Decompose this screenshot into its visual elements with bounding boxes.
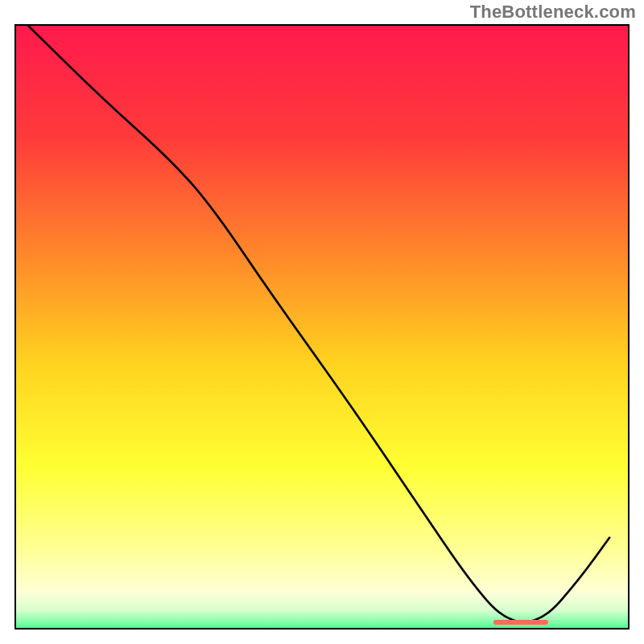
plot-area bbox=[14, 24, 630, 630]
watermark-text: TheBottleneck.com bbox=[470, 2, 636, 23]
chart-frame: TheBottleneck.com bbox=[0, 0, 644, 644]
optimum-marker bbox=[493, 620, 548, 625]
bottleneck-curve bbox=[16, 26, 628, 628]
